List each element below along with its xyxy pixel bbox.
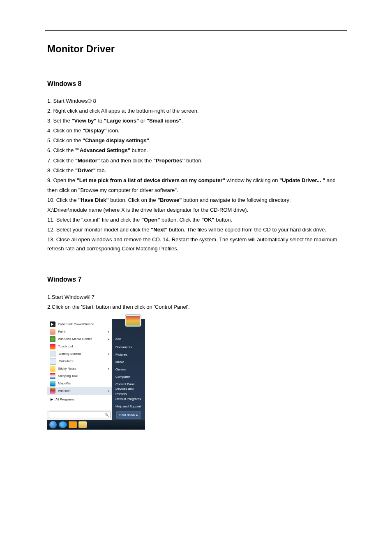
step: 10. Click the "Have Disk" button. Click … [47,196,345,205]
program-item[interactable]: CyberLink PowerCinema [47,321,112,328]
step: 2.Click on the 'Start' button and then c… [47,303,345,312]
submenu-arrow-icon: ▸ [108,366,110,371]
winrar-icon [50,388,55,394]
step: 8. Click the "Driver" tab. [47,166,345,175]
chevron-right-icon: ▸ [136,412,138,418]
subsection-win7: Windows 7 [47,274,345,285]
wmc-icon [50,336,55,342]
right-item[interactable]: Devices and Printers [112,388,145,395]
step: X:\Driver\module name (where X is the dr… [47,206,345,215]
ie-icon[interactable] [59,421,67,428]
chevron-right-icon: ▶ [51,397,53,402]
wmp-icon[interactable] [69,421,77,428]
program-item[interactable]: Windows Media Center▸ [47,335,112,343]
step: 1. Start Windows® 8 [47,97,345,106]
step: 11. Select the "xxx.inf" file and click … [47,215,345,224]
step: 4. Click on the "Display" icon. [47,126,345,135]
step: 5. Click on the "Change display settings… [47,136,345,145]
touch-tool-icon [50,344,55,349]
section-title: Monitor Driver [47,41,345,58]
getting-started-icon [50,351,56,357]
submenu-arrow-icon: ▸ [108,337,110,342]
powercinema-icon [50,321,55,327]
subsection-win8: Windows 8 [47,78,345,89]
right-item[interactable]: Help and Support [112,402,145,410]
program-item[interactable]: Touch tool [47,343,112,350]
step: 2. Right click and click All apps at the… [47,106,345,116]
shutdown-button[interactable]: Shut down▸ [116,411,141,419]
page-rule [45,30,347,31]
step: 6. Click the ""Advanced Settings" button… [47,146,345,155]
taskbar [47,420,145,430]
program-item[interactable]: Snipping Tool [47,372,112,380]
all-programs[interactable]: ▶All Programs [47,395,112,404]
step: 9. Open the "Let me pick from a list of … [47,176,345,185]
search-icon: 🔍 [105,412,109,418]
program-item[interactable]: Getting Started▸ [47,350,112,358]
user-avatar-icon [126,316,140,326]
search-input[interactable]: 🔍 [49,412,111,418]
program-item[interactable]: Calculator [47,358,112,365]
step: 12. Select your monitor model and click … [47,225,345,234]
step: 1.Start Windows® 7 [47,293,345,302]
right-item[interactable]: Documents [112,343,145,351]
program-item[interactable]: Magnifier [47,380,112,387]
paint-icon [50,329,55,335]
step: 7. Click the "Monitor" tab and then clic… [47,156,345,165]
magnifier-icon [50,381,55,386]
calculator-icon [50,358,56,365]
snipping-tool-icon [50,373,55,379]
right-item[interactable]: Computer [112,373,145,380]
program-item[interactable]: Sticky Notes▸ [47,365,112,372]
step: 13. Close all open windows and remove th… [47,235,345,253]
right-item[interactable]: Default Programs [112,395,145,402]
program-item-highlighted[interactable]: WinRAR▸ [47,387,112,395]
account-name[interactable]: aoc [112,334,145,344]
right-item[interactable]: Pictures [112,351,145,358]
step: 3. Set the "View by" to "Large icons" or… [47,116,345,125]
submenu-arrow-icon: ▸ [108,329,110,334]
explorer-icon[interactable] [78,421,87,428]
step: then click on "Browse my computer for dr… [47,186,345,195]
start-menu-figure: CyberLink PowerCinema Paint▸ Windows Med… [47,319,145,430]
submenu-arrow-icon: ▸ [108,388,110,393]
start-right-pane: aoc Documents Pictures Music Games Compu… [112,319,145,410]
start-orb-icon[interactable] [49,421,57,429]
right-item[interactable]: Music [112,358,145,365]
right-item[interactable]: Games [112,365,145,373]
submenu-arrow-icon: ▸ [108,352,110,356]
program-item[interactable]: Paint▸ [47,328,112,335]
start-left-pane: CyberLink PowerCinema Paint▸ Windows Med… [47,319,112,410]
sticky-notes-icon [50,366,55,372]
